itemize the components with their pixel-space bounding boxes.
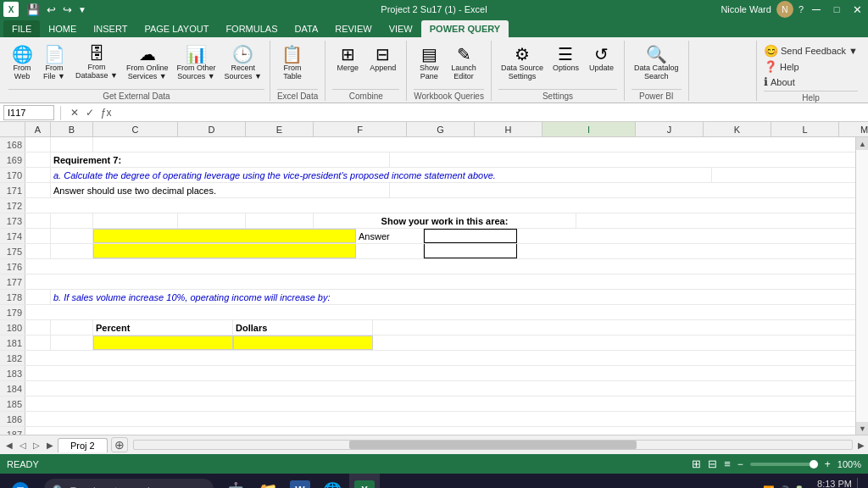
table-row: 181 — [0, 336, 868, 351]
scroll-sheets-right[interactable]: ▶ — [44, 441, 56, 450]
tab-page-layout[interactable]: PAGE LAYOUT — [136, 20, 217, 37]
spreadsheet-wrapper: A B C D E F G H I J K L M N O P Q R 168 … — [0, 122, 868, 435]
scroll-down-arrow[interactable]: ▼ — [856, 422, 868, 435]
formula-input[interactable] — [116, 108, 865, 118]
table-row: 168 — [0, 137, 868, 152]
cancel-formula-icon[interactable]: ✕ — [69, 107, 81, 119]
answer-input-175[interactable] — [424, 244, 517, 258]
close-btn[interactable]: ✕ — [849, 3, 865, 16]
merge-btn[interactable]: ⊞ Merge — [332, 42, 363, 75]
from-web-btn[interactable]: 🌐 FromWeb — [8, 42, 36, 83]
work-area-yellow-174[interactable] — [93, 229, 356, 243]
taskbar-app-chrome[interactable]: 🌐 — [317, 474, 348, 488]
col-header-l[interactable]: L — [771, 122, 839, 136]
taskbar-clock[interactable]: 8:13 PM 7/18/2017 — [810, 478, 852, 488]
qa-dropdown-btn[interactable]: ▼ — [76, 5, 88, 14]
from-online-services-btn[interactable]: ☁ From OnlineServices ▼ — [124, 42, 171, 83]
taskbar-search[interactable]: 🔍 Type here to search — [44, 479, 214, 488]
taskbar-sys-tray[interactable]: 📶 🔊 🔋 — [763, 485, 805, 489]
taskbar-app-cortana[interactable]: 🤖 — [220, 474, 251, 488]
tab-power-query[interactable]: POWER QUERY — [421, 20, 509, 37]
excel-logo: X — [3, 2, 19, 17]
data-source-settings-btn[interactable]: ⚙ Data SourceSettings — [498, 42, 546, 83]
show-pane-btn[interactable]: ▤ ShowPane — [414, 42, 444, 83]
normal-view-btn[interactable]: ⊞ — [692, 458, 701, 470]
from-other-sources-btn[interactable]: 📊 From OtherSources ▼ — [174, 42, 218, 83]
h-scroll-bar[interactable] — [133, 440, 853, 450]
launch-editor-btn[interactable]: ✎ LaunchEditor — [448, 42, 480, 83]
ribbon-group-combine: ⊞ Merge ⊟ Append Combine — [326, 41, 407, 101]
col-header-a[interactable]: A — [25, 122, 51, 136]
row-num: 175 — [0, 244, 25, 258]
data-catalog-search-btn[interactable]: 🔍 Data CatalogSearch — [632, 42, 682, 83]
from-database-btn[interactable]: 🗄 FromDatabase ▼ — [73, 42, 120, 82]
scroll-sheets-left2[interactable]: ◁ — [17, 441, 29, 450]
append-btn[interactable]: ⊟ Append — [366, 42, 399, 75]
taskbar: ⊞ 🔍 Type here to search 🤖 📁 W 🌐 X 📶 🔊 🔋 … — [0, 474, 868, 488]
dollars-input-181[interactable] — [233, 336, 373, 350]
update-btn[interactable]: ↺ Update — [586, 42, 617, 75]
tab-insert[interactable]: INSERT — [85, 20, 136, 37]
name-box[interactable] — [3, 105, 54, 120]
minimize-btn[interactable]: ─ — [809, 3, 824, 16]
col-header-d[interactable]: D — [178, 122, 246, 136]
help-link-btn[interactable]: ❓ Help — [764, 60, 858, 73]
percent-input-181[interactable] — [93, 336, 233, 350]
zoom-slider-track[interactable] — [750, 463, 818, 466]
col-header-g[interactable]: G — [407, 122, 475, 136]
help-btn[interactable]: ? — [798, 4, 804, 14]
col-header-f[interactable]: F — [314, 122, 407, 136]
sheet-tabs-bar: ◀ ◁ ▷ ▶ Proj 2 ⊕ ▶ — [0, 435, 868, 454]
page-layout-view-btn[interactable]: ⊟ — [708, 458, 717, 470]
user-avatar: N — [776, 1, 793, 18]
insert-function-icon[interactable]: ƒx — [99, 107, 114, 119]
add-sheet-btn[interactable]: ⊕ — [111, 437, 128, 452]
col-header-i[interactable]: I — [542, 122, 636, 136]
options-btn[interactable]: ☰ Options — [549, 42, 582, 75]
scroll-sheets-left[interactable]: ◀ — [3, 441, 15, 450]
zoom-in-btn[interactable]: + — [825, 458, 831, 470]
redo-qa-btn[interactable]: ↪ — [60, 3, 75, 16]
user-name: Nicole Ward — [721, 4, 771, 14]
tab-home[interactable]: HOME — [40, 20, 85, 37]
zoom-out-btn[interactable]: − — [737, 458, 743, 470]
status-bar: READY ⊞ ⊟ ≡ − + 100% — [0, 454, 868, 474]
taskbar-app-excel[interactable]: X — [349, 474, 380, 488]
undo-qa-btn[interactable]: ↩ — [44, 3, 58, 16]
work-area-yellow-175[interactable] — [93, 244, 356, 258]
start-button[interactable]: ⊞ — [0, 474, 41, 488]
tab-data[interactable]: DATA — [287, 20, 327, 37]
answer-decimal-label: Answer should use two decimal places. — [51, 183, 390, 197]
from-table-btn[interactable]: 📋 FromTable — [277, 42, 308, 83]
col-header-b[interactable]: B — [51, 122, 93, 136]
formula-bar: │ ✕ ✓ ƒx — [0, 103, 868, 122]
tab-view[interactable]: VIEW — [381, 20, 421, 37]
tab-review[interactable]: REVIEW — [326, 20, 380, 37]
from-file-btn[interactable]: 📄 FromFile ▼ — [39, 42, 70, 83]
confirm-formula-icon[interactable]: ✓ — [84, 107, 96, 119]
about-btn[interactable]: ℹ About — [764, 75, 858, 88]
show-desktop-btn[interactable] — [857, 478, 861, 488]
right-scrollbar[interactable]: ▲ ▼ — [855, 137, 868, 435]
network-icon: 📶 — [763, 485, 775, 489]
sheet-tab-proj2[interactable]: Proj 2 — [58, 438, 108, 452]
col-header-k[interactable]: K — [704, 122, 771, 136]
tab-formulas[interactable]: FORMULAS — [217, 20, 286, 37]
maximize-btn[interactable]: □ — [829, 4, 844, 14]
scroll-up-arrow[interactable]: ▲ — [856, 137, 868, 150]
col-header-m[interactable]: M — [839, 122, 868, 136]
taskbar-app-file-explorer[interactable]: 📁 — [253, 474, 283, 488]
send-feedback-btn[interactable]: 😊 Send Feedback ▼ — [764, 44, 858, 58]
col-header-c[interactable]: C — [93, 122, 178, 136]
recent-sources-btn[interactable]: 🕒 RecentSources ▼ — [221, 42, 264, 83]
page-break-view-btn[interactable]: ≡ — [724, 458, 731, 470]
taskbar-app-word[interactable]: W — [285, 474, 315, 488]
col-header-j[interactable]: J — [636, 122, 704, 136]
tab-file[interactable]: FILE — [3, 20, 40, 37]
h-scroll-right[interactable]: ▶ — [858, 441, 865, 450]
col-header-h[interactable]: H — [475, 122, 542, 136]
answer-input-174[interactable] — [424, 229, 517, 243]
save-qa-btn[interactable]: 💾 — [24, 3, 42, 16]
col-header-e[interactable]: E — [246, 122, 314, 136]
scroll-sheets-right2[interactable]: ▷ — [31, 441, 42, 450]
